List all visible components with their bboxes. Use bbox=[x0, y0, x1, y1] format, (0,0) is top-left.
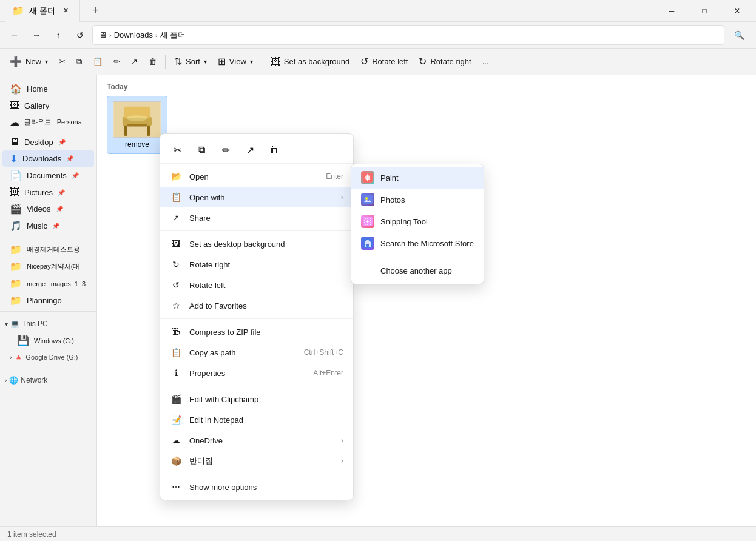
ctx-properties-item[interactable]: ℹ Properties Alt+Enter bbox=[160, 363, 353, 383]
ctx-open-icon: 📂 bbox=[170, 170, 182, 183]
cut-button[interactable]: ✂ bbox=[54, 52, 70, 72]
sidebar-item-folder4[interactable]: 📁 Planningo bbox=[2, 292, 94, 309]
rotate-right-icon: ↻ bbox=[419, 56, 427, 67]
ctx-rotate-left-item[interactable]: ↺ Rotate left bbox=[160, 275, 353, 295]
up-button[interactable]: ↑ bbox=[49, 25, 68, 45]
ctx-open-item[interactable]: 📂 Open Enter bbox=[160, 166, 353, 187]
svg-point-11 bbox=[365, 197, 368, 200]
sidebar-item-desktop[interactable]: 🖥 Desktop 📌 bbox=[2, 134, 94, 150]
ctx-properties-icon: ℹ bbox=[170, 367, 182, 379]
thispc-group[interactable]: ▾ 💻 This PC bbox=[0, 316, 96, 332]
svg-rect-5 bbox=[127, 124, 147, 127]
toolbar: ➕ New ▾ ✂ ⧉ 📋 ✏ ↗ 🗑 ⇅ Sort ▾ ⊞ View ▾ 🖼 … bbox=[0, 49, 756, 75]
ctx-bandzip-icon: 📦 bbox=[170, 455, 182, 467]
sidebar-item-downloads[interactable]: ⬇ Downloads 📌 bbox=[2, 150, 94, 167]
view-chevron-icon: ▾ bbox=[250, 58, 253, 65]
ctx-delete-button[interactable]: 🗑 bbox=[265, 140, 284, 160]
ctx-cut-button[interactable]: ✂ bbox=[167, 140, 187, 160]
paste-button[interactable]: 📋 bbox=[88, 52, 107, 72]
file-item[interactable]: remove remove bbox=[107, 96, 167, 154]
breadcrumb-downloads[interactable]: Downloads bbox=[114, 30, 153, 39]
googledrive-group[interactable]: › 🔺 Google Drive (G:) bbox=[0, 349, 96, 365]
svg-point-6 bbox=[127, 115, 148, 121]
view-button[interactable]: ⊞ View ▾ bbox=[213, 52, 258, 72]
close-tab-button[interactable]: ✕ bbox=[60, 5, 72, 17]
ctx-bandzip-item[interactable]: 📦 반디집 › bbox=[160, 451, 353, 471]
svg-rect-3 bbox=[124, 126, 127, 136]
ctx-clipchamp-item[interactable]: 🎬 Edit with Clipchamp bbox=[160, 389, 353, 409]
sidebar-item-folder2[interactable]: 📁 Nicepay계약서(대 bbox=[2, 258, 94, 275]
network-group[interactable]: › 🌐 Network bbox=[0, 372, 96, 388]
sort-chevron-icon: ▾ bbox=[204, 58, 207, 65]
back-button[interactable]: ← bbox=[5, 25, 24, 45]
sidebar-item-onedrive[interactable]: ☁ 클라우드 - Persona bbox=[2, 114, 94, 130]
share-button[interactable]: ↗ bbox=[126, 52, 143, 72]
submenu-snipping-item[interactable]: Snipping Tool bbox=[351, 210, 484, 232]
sidebar-item-folder3[interactable]: 📁 merge_images_1_3 bbox=[2, 275, 94, 292]
maximize-button[interactable]: □ bbox=[690, 0, 718, 22]
pictures-icon: 🖼 bbox=[10, 187, 19, 198]
submenu-paint-item[interactable]: Paint bbox=[351, 167, 484, 189]
folder1-icon: 📁 bbox=[10, 244, 22, 255]
folder2-icon: 📁 bbox=[10, 261, 22, 272]
pin-icon: 📌 bbox=[58, 139, 66, 146]
search-button[interactable]: 🔍 bbox=[727, 25, 751, 45]
ctx-show-more-item[interactable]: ⋯ Show more options bbox=[160, 477, 353, 497]
sidebar-item-pictures[interactable]: 🖼 Pictures 📌 bbox=[2, 184, 94, 200]
sidebar-item-videos[interactable]: 🎬 Videos 📌 bbox=[2, 201, 94, 217]
breadcrumb-computer[interactable]: 🖥 bbox=[99, 30, 107, 39]
ctx-copy-button[interactable]: ⧉ bbox=[192, 140, 211, 160]
submenu-photos-item[interactable]: Photos bbox=[351, 189, 484, 210]
delete-button[interactable]: 🗑 bbox=[144, 52, 161, 72]
ctx-set-desktop-item[interactable]: 🖼 Set as desktop background bbox=[160, 234, 353, 254]
ctx-onedrive-item[interactable]: ☁ OneDrive › bbox=[160, 430, 353, 451]
ctx-add-favorites-item[interactable]: ☆ Add to Favorites bbox=[160, 295, 353, 316]
sidebar: 🏠 Home 🖼 Gallery ☁ 클라우드 - Persona 🖥 Desk… bbox=[0, 75, 97, 541]
ctx-rotate-right-item[interactable]: ↻ Rotate right bbox=[160, 254, 353, 275]
ctx-copy-path-item[interactable]: 📋 Copy as path Ctrl+Shift+C bbox=[160, 342, 353, 363]
sidebar-item-music[interactable]: 🎵 Music 📌 bbox=[2, 218, 94, 234]
forward-button[interactable]: → bbox=[27, 25, 46, 45]
minimize-button[interactable]: ─ bbox=[658, 0, 686, 22]
more-button[interactable]: ... bbox=[478, 52, 494, 72]
address-bar: ← → ↑ ↺ 🖥 › Downloads › 새 폴더 🔍 bbox=[0, 22, 756, 49]
rotate-left-icon: ↺ bbox=[360, 56, 368, 67]
set-background-button[interactable]: 🖼 Set as background bbox=[266, 52, 354, 72]
ctx-rename-button[interactable]: ✏ bbox=[216, 140, 235, 160]
rotate-left-button[interactable]: ↺ Rotate left bbox=[356, 52, 413, 72]
sidebar-item-home[interactable]: 🏠 Home bbox=[2, 81, 94, 97]
ctx-notepad-item[interactable]: 📝 Edit in Notepad bbox=[160, 409, 353, 430]
refresh-button[interactable]: ↺ bbox=[70, 25, 90, 45]
sort-button[interactable]: ⇅ Sort ▾ bbox=[169, 52, 212, 72]
ctx-share-item[interactable]: ↗ Share bbox=[160, 207, 353, 228]
ctx-compress-item[interactable]: 🗜 Compress to ZIP file bbox=[160, 321, 353, 342]
sidebar-item-windows[interactable]: 💾 Windows (C:) bbox=[2, 332, 94, 349]
new-chevron-icon: ▾ bbox=[45, 58, 48, 65]
copy-button[interactable]: ⧉ bbox=[72, 52, 87, 72]
sidebar-item-gallery[interactable]: 🖼 Gallery bbox=[2, 98, 94, 113]
new-tab-button[interactable]: + bbox=[85, 0, 107, 22]
ctx-set-desktop-icon: 🖼 bbox=[170, 238, 182, 250]
ctx-sep-4 bbox=[160, 474, 353, 474]
submenu-sep bbox=[351, 257, 484, 257]
pin-icon-3: 📌 bbox=[72, 172, 79, 179]
pin-icon-2: 📌 bbox=[66, 155, 73, 162]
sidebar-item-folder1[interactable]: 📁 배경제거테스트용 bbox=[2, 241, 94, 258]
sidebar-item-documents[interactable]: 📄 Documents 📌 bbox=[2, 167, 94, 184]
choose-app-icon bbox=[361, 264, 374, 277]
tab[interactable]: 📁 새 폴더 ✕ bbox=[5, 0, 80, 22]
view-icon: ⊞ bbox=[218, 56, 226, 67]
rotate-right-button[interactable]: ↻ Rotate right bbox=[414, 52, 476, 72]
ctx-share-button[interactable]: ↗ bbox=[240, 140, 260, 160]
ctx-sep-1 bbox=[160, 230, 353, 231]
ctx-delete-icon: 🗑 bbox=[269, 144, 279, 155]
new-button[interactable]: ➕ New ▾ bbox=[5, 52, 53, 72]
breadcrumb[interactable]: 🖥 › Downloads › 새 폴더 bbox=[92, 25, 724, 45]
ctx-onedrive-arrow: › bbox=[341, 436, 343, 445]
close-button[interactable]: ✕ bbox=[723, 0, 751, 22]
rename-button[interactable]: ✏ bbox=[109, 52, 125, 72]
submenu-choose-app-item[interactable]: Choose another app bbox=[351, 260, 484, 281]
submenu-store-item[interactable]: Search the Microsoft Store bbox=[351, 232, 484, 254]
breadcrumb-folder[interactable]: 새 폴더 bbox=[160, 30, 186, 41]
ctx-open-with-item[interactable]: 📋 Open with › bbox=[160, 187, 353, 207]
